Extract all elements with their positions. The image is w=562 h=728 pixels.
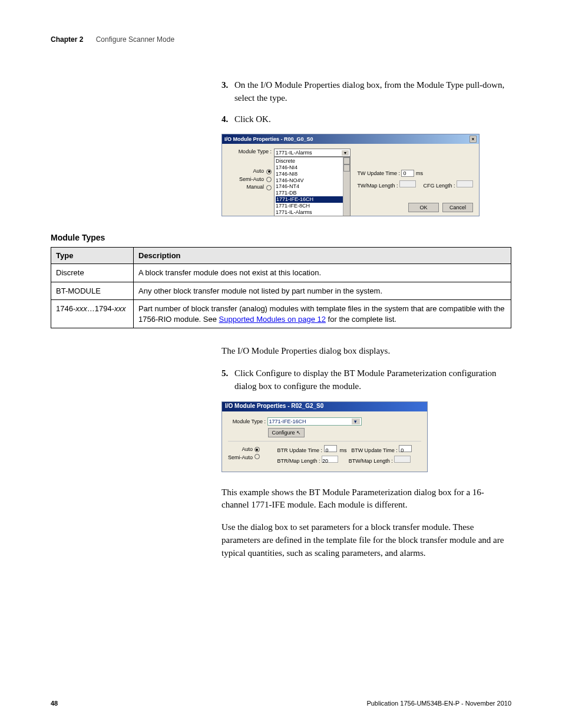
narrative-p3: Use the dialog box to set parameters for… [222, 521, 511, 559]
moduletype-label: Module Type : [228, 149, 272, 154]
btw-update-label: BTW Update Time : [351, 447, 398, 453]
btw-update-field[interactable]: 0 [401, 170, 414, 177]
radio-auto-label: Auto [253, 167, 264, 176]
step-5: 5. Click Configure to display the BT Mod… [222, 367, 511, 393]
cell-type: Discrete [51, 264, 134, 282]
list-item[interactable]: 1771-IL-Alarms [276, 209, 349, 216]
btw-map-label: BTW/Map Length : [349, 458, 393, 464]
step-number: 3. [222, 79, 228, 92]
page-number: 48 [51, 700, 58, 707]
ms-label: ms [416, 170, 423, 176]
list-item[interactable]: 1746-NI8 [276, 171, 349, 177]
step-text: On the I/O Module Properties dialog box,… [234, 80, 504, 103]
radio-auto[interactable] [254, 447, 260, 452]
step-text: Click OK. [234, 114, 271, 124]
narrative-p1: The I/O Module Properties dialog box dis… [222, 345, 511, 358]
module-types-table: Type Description Discrete A block transf… [51, 247, 511, 328]
step-text: Click Configure to display the BT Module… [234, 368, 497, 391]
chevron-down-icon: ▾ [342, 150, 349, 156]
moduletype-combo[interactable]: 1771-IL-Alarms ▾ [274, 149, 351, 157]
radio-manual[interactable] [266, 185, 272, 190]
moduletype-listbox[interactable]: Discrete 1746-NI4 1746-NI8 1746-NO4V 174… [274, 157, 351, 216]
cell-desc: A block transfer module does not exist a… [134, 264, 511, 282]
btr-update-label: BTR Update Time : [277, 447, 323, 453]
btw-map-label: TW/Map Length : [357, 183, 398, 189]
steps-block-1: 3. On the I/O Module Properties dialog b… [222, 79, 511, 126]
cell-desc: Part number of block transfer (analog) m… [134, 300, 511, 328]
cell-type: BT-MODULE [51, 282, 134, 300]
cancel-button[interactable]: Cancel [442, 203, 473, 212]
radio-auto[interactable] [266, 169, 272, 174]
cursor-icon: ↖ [296, 430, 301, 436]
moduletype-value: 1771-IFE-16CH [269, 419, 306, 424]
table-row: 1746-xxx…1794-xxx Part number of block t… [51, 300, 511, 328]
radio-semiauto[interactable] [254, 454, 260, 459]
page-header: Chapter 2 Configure Scanner Mode [51, 35, 511, 44]
btw-update-label: TW Update Time : [357, 170, 400, 176]
radio-manual-label: Manual [246, 183, 264, 192]
dialog-titlebar: I/O Module Properties - R00_G0_S0 × [222, 134, 479, 144]
narrative-block-2: This example shows the BT Module Paramet… [222, 486, 511, 560]
dialog-titlebar: I/O Module Properties - R02_G2_S0 [222, 402, 427, 411]
cell-type: 1746-xxx…1794-xxx [51, 300, 134, 328]
ms-label: ms [340, 447, 347, 453]
supported-modules-link[interactable]: Supported Modules on page 12 [219, 315, 326, 324]
configure-button[interactable]: Configure ↖ [268, 428, 305, 437]
dialog-module-properties-1: I/O Module Properties - R00_G0_S0 × Modu… [222, 134, 480, 216]
list-item[interactable]: 1771-DB [276, 190, 349, 196]
radio-semiauto-label: Semi-Auto [239, 176, 264, 184]
radio-semiauto[interactable] [266, 177, 272, 182]
desc-post: for the complete list. [326, 315, 396, 324]
list-item[interactable]: Discrete [276, 158, 349, 164]
moduletype-value: 1771-IL-Alarms [276, 150, 312, 156]
moduletype-combo[interactable]: 1771-IFE-16CH ▾ [267, 417, 362, 426]
table-row: Discrete A block transfer module does no… [51, 264, 511, 282]
table-heading: Module Types [51, 233, 511, 242]
chevron-down-icon: ▾ [352, 419, 360, 424]
table-row: BT-MODULE Any other block transfer modul… [51, 282, 511, 300]
btr-map-field[interactable]: 20 [322, 456, 338, 463]
btr-map-label: BTR/Map Length : [277, 458, 320, 464]
step-4: 4. Click OK. [222, 113, 511, 126]
btr-update-field[interactable]: 0 [324, 445, 337, 452]
chapter-title: Configure Scanner Mode [96, 35, 174, 44]
page-footer: 48 Publication 1756-UM534B-EN-P - Novemb… [51, 700, 511, 707]
step-3: 3. On the I/O Module Properties dialog b… [222, 79, 511, 105]
btw-map-field[interactable] [394, 456, 411, 463]
radio-semiauto-label: Semi-Auto [228, 454, 253, 460]
cell-desc: Any other block transfer module not list… [134, 282, 511, 300]
list-item[interactable]: 1746-NT4 [276, 183, 349, 190]
chapter-label: Chapter 2 [51, 35, 83, 44]
col-description: Description [134, 248, 511, 264]
publication-id: Publication 1756-UM534B-EN-P - November … [366, 700, 511, 707]
close-icon[interactable]: × [470, 136, 477, 143]
ok-button[interactable]: OK [408, 203, 439, 212]
moduletype-label: Module Type : [228, 419, 266, 424]
btw-map-field[interactable] [399, 180, 416, 187]
dialog-title: I/O Module Properties - R00_G0_S0 [224, 136, 313, 142]
narrative-block: The I/O Module Properties dialog box dis… [222, 345, 511, 393]
list-item-selected[interactable]: 1771-IFE-16CH [276, 196, 349, 203]
list-item[interactable]: 1771-IFE-8CH [276, 203, 349, 209]
step-number: 4. [222, 113, 228, 126]
col-type: Type [51, 248, 134, 264]
scrollbar[interactable] [343, 157, 350, 216]
list-item[interactable]: 1746-NO4V [276, 177, 349, 184]
narrative-p2: This example shows the BT Module Paramet… [222, 486, 511, 512]
cfg-length-label: CFG Length : [423, 183, 455, 189]
dialog-module-properties-2: I/O Module Properties - R02_G2_S0 Module… [222, 401, 428, 472]
cfg-length-field[interactable] [457, 180, 473, 187]
btw-update-field[interactable]: 0 [399, 445, 412, 452]
list-item[interactable]: 1746-NI4 [276, 164, 349, 171]
step-number: 5. [222, 367, 228, 380]
radio-auto-label: Auto [242, 446, 253, 452]
